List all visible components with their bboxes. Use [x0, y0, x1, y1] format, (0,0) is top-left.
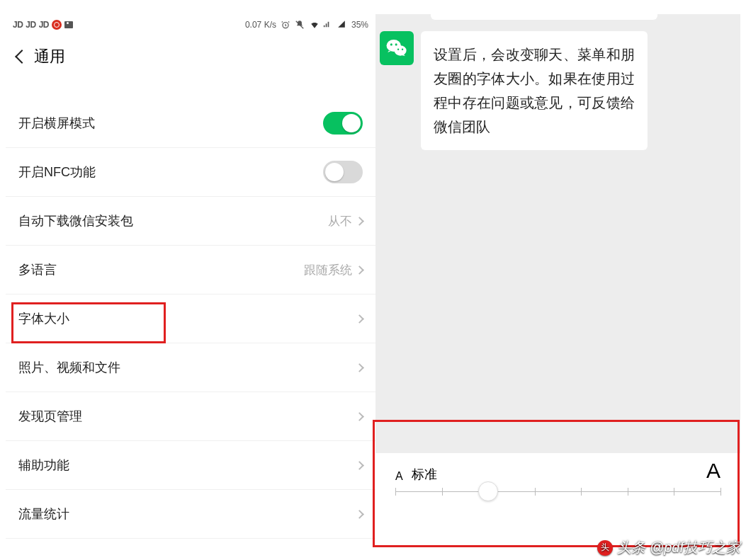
row-traffic[interactable]: 流量统计 — [6, 490, 375, 539]
slider-track[interactable] — [395, 491, 720, 492]
battery-percent: 35% — [351, 20, 368, 30]
chevron-right-icon — [355, 314, 364, 324]
row-font-size[interactable]: 字体大小 — [6, 295, 375, 343]
wechat-icon — [385, 36, 409, 60]
chevron-right-icon — [355, 412, 364, 421]
slider-big-a: A — [706, 459, 720, 483]
back-icon[interactable] — [15, 50, 29, 64]
netease-music-icon — [52, 20, 62, 30]
row-label: 字体大小 — [18, 310, 356, 327]
slider-standard-label: 标准 — [412, 466, 437, 483]
row-nfc[interactable]: 开启NFC功能 — [6, 148, 375, 197]
row-auto-download[interactable]: 自动下载微信安装包 从不 — [6, 197, 375, 246]
row-label: 开启NFC功能 — [18, 164, 323, 181]
landscape-toggle[interactable] — [323, 112, 363, 135]
row-label: 发现页管理 — [18, 408, 356, 425]
nfc-toggle[interactable] — [323, 161, 363, 183]
page-title: 通用 — [34, 46, 65, 67]
settings-screen: JD JD JD 0.07 K/s — [6, 14, 375, 545]
watermark-prefix: 头条 — [617, 538, 645, 557]
row-discover[interactable]: 发现页管理 — [6, 392, 375, 441]
row-value: 从不 — [328, 213, 352, 229]
chevron-right-icon — [355, 363, 364, 372]
svg-point-6 — [402, 49, 403, 50]
row-label: 辅助功能 — [18, 457, 356, 474]
status-jd-badge: JD — [26, 20, 35, 30]
status-jd-badge: JD — [39, 20, 49, 30]
svg-point-2 — [395, 45, 407, 55]
wechat-avatar[interactable] — [380, 31, 414, 65]
network-speed: 0.07 K/s — [245, 20, 276, 30]
signal-icon-2 — [337, 20, 347, 30]
slider-small-a: A — [395, 470, 403, 483]
wifi-icon — [309, 20, 319, 30]
row-accessibility[interactable]: 辅助功能 — [6, 441, 375, 490]
row-label: 自动下载微信安装包 — [18, 212, 328, 229]
signal-icon — [323, 20, 333, 30]
slider-thumb[interactable] — [478, 481, 498, 501]
prev-bubble-tail — [431, 14, 657, 20]
settings-list: 开启横屏模式 开启NFC功能 自动下载微信安装包 从不 多语言 跟随系统 字体大… — [6, 99, 375, 539]
chevron-right-icon — [355, 510, 364, 519]
chat-area: 设置后，会改变聊天、菜单和朋友圈的字体大小。如果在使用过程中存在问题或意见，可反… — [375, 14, 740, 150]
row-label: 照片、视频和文件 — [18, 359, 356, 376]
status-jd-badge: JD — [13, 20, 23, 30]
chevron-right-icon — [355, 217, 364, 226]
toutiao-logo-icon: 头 — [597, 540, 613, 556]
row-media[interactable]: 照片、视频和文件 — [6, 343, 375, 392]
chat-message-bubble: 设置后，会改变聊天、菜单和朋友圈的字体大小。如果在使用过程中存在问题或意见，可反… — [421, 31, 648, 150]
row-language[interactable]: 多语言 跟随系统 — [6, 246, 375, 295]
status-bar: JD JD JD 0.07 K/s — [6, 14, 375, 35]
alarm-icon — [281, 20, 290, 30]
watermark: 头 头条 @pdf技巧之家 — [597, 538, 740, 557]
svg-point-3 — [390, 43, 392, 45]
row-label: 开启横屏模式 — [18, 115, 323, 132]
svg-point-4 — [395, 43, 397, 45]
row-label: 多语言 — [18, 261, 304, 278]
svg-point-5 — [397, 49, 399, 50]
font-size-slider-panel: A 标准 A — [375, 453, 740, 545]
watermark-author: @pdf技巧之家 — [650, 538, 740, 557]
chevron-right-icon — [355, 461, 364, 470]
mute-icon — [295, 20, 305, 30]
row-value: 跟随系统 — [304, 262, 352, 278]
font-preview-screen: 设置后，会改变聊天、菜单和朋友圈的字体大小。如果在使用过程中存在问题或意见，可反… — [375, 14, 740, 545]
chevron-right-icon — [355, 265, 364, 275]
gallery-icon — [64, 21, 73, 28]
row-label: 流量统计 — [18, 505, 356, 522]
chat-message-text: 设置后，会改变聊天、菜单和朋友圈的字体大小。如果在使用过程中存在问题或意见，可反… — [434, 47, 635, 135]
page-header: 通用 — [6, 35, 375, 78]
row-landscape-mode[interactable]: 开启横屏模式 — [6, 99, 375, 148]
